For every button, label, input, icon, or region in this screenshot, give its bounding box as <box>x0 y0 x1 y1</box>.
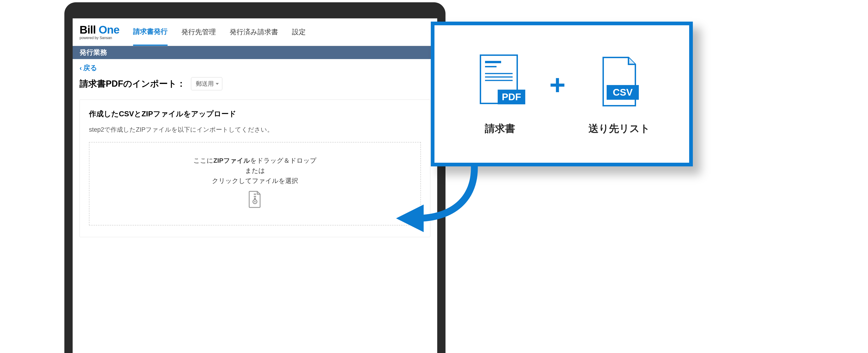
svg-point-4 <box>254 201 256 202</box>
svg-text:PDF: PDF <box>502 92 521 102</box>
callout-pdf-label: 請求書 <box>485 122 515 135</box>
page-title: 請求書PDFのインポート： <box>80 78 186 90</box>
svg-text:CSV: CSV <box>613 87 632 98</box>
upload-desc: step2で作成したZIPファイルを以下にインポートしてください。 <box>89 126 421 134</box>
subheader-bar: 発行業務 <box>73 46 437 59</box>
callout-csv-col: CSV 送り先リスト <box>588 53 650 135</box>
logo-sub: powered by Sansan <box>80 36 119 40</box>
callout-pdf-col: PDF 請求書 <box>473 53 526 135</box>
nav-issued-invoices[interactable]: 発行済み請求書 <box>230 19 278 46</box>
dropzone-line1: ここにZIPファイルをドラッグ＆ドロップ <box>94 156 416 165</box>
chevron-left-icon: ‹ <box>80 64 82 72</box>
csv-file-icon: CSV <box>594 53 645 113</box>
logo-main: Bill One <box>80 24 119 35</box>
svg-rect-0 <box>254 194 256 195</box>
laptop-frame: Bill One powered by Sansan 請求書発行 発行先管理 発… <box>64 2 445 353</box>
dropzone-click: クリックしてファイルを選択 <box>94 176 416 185</box>
callout-csv-label: 送り先リスト <box>588 122 650 135</box>
nav-recipients[interactable]: 発行先管理 <box>181 19 216 46</box>
nav-invoice-issue[interactable]: 請求書発行 <box>133 19 167 46</box>
subheader-title: 発行業務 <box>80 49 107 56</box>
back-label: 戻る <box>83 63 97 73</box>
zip-file-icon <box>248 191 262 208</box>
dropzone-or: または <box>94 166 416 175</box>
app-screen: Bill One powered by Sansan 請求書発行 発行先管理 発… <box>73 19 437 353</box>
app-preview-region: Bill One powered by Sansan 請求書発行 発行先管理 発… <box>0 0 434 353</box>
upload-heading: 作成したCSVとZIPファイルをアップロード <box>89 109 421 119</box>
dropdown-selected: 郵送用 <box>196 80 214 87</box>
svg-rect-3 <box>254 198 256 200</box>
nav-settings[interactable]: 設定 <box>292 19 306 46</box>
pdf-doc-icon: PDF <box>473 53 526 113</box>
svg-rect-1 <box>254 196 256 197</box>
app-header: Bill One powered by Sansan 請求書発行 発行先管理 発… <box>73 19 437 46</box>
logo-text-one: One <box>99 24 119 36</box>
content-area: ‹ 戻る 請求書PDFのインポート： 郵送用 作成したCSVとZIPファイルをア… <box>73 59 437 241</box>
page-title-row: 請求書PDFのインポート： 郵送用 <box>80 77 430 90</box>
back-link[interactable]: ‹ 戻る <box>80 63 97 73</box>
logo-text-bill: Bill <box>80 24 96 36</box>
logo: Bill One powered by Sansan <box>80 24 119 40</box>
main-nav: 請求書発行 発行先管理 発行済み請求書 設定 <box>133 19 306 46</box>
import-type-dropdown[interactable]: 郵送用 <box>191 77 222 90</box>
file-dropzone[interactable]: ここにZIPファイルをドラッグ＆ドロップ または クリックしてファイルを選択 <box>89 142 421 225</box>
plus-icon: + <box>549 71 565 99</box>
callout-box: PDF 請求書 + CSV 送り先リスト <box>431 22 693 166</box>
callout-region: PDF 請求書 + CSV 送り先リスト <box>434 0 868 353</box>
upload-card: 作成したCSVとZIPファイルをアップロード step2で作成したZIPファイル… <box>80 99 430 237</box>
